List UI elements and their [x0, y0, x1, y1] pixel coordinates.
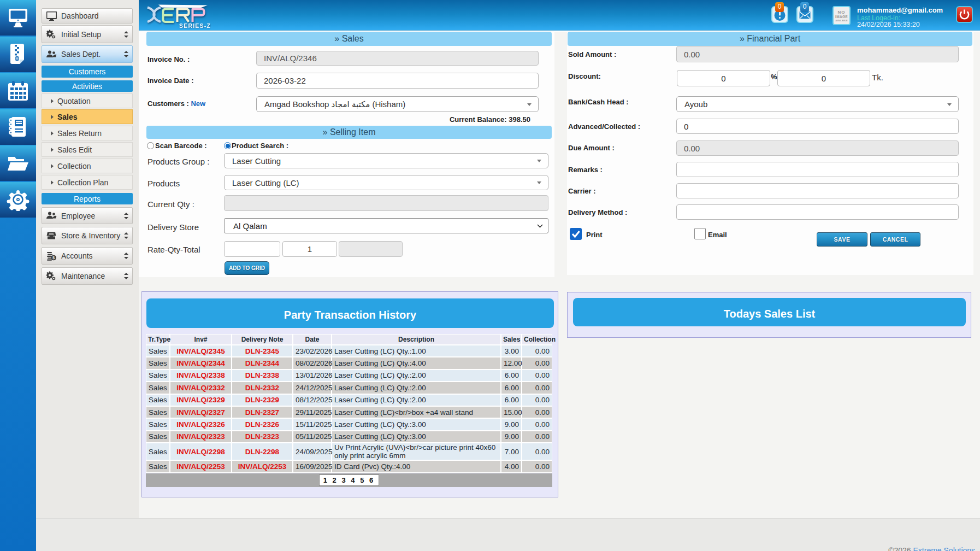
- svg-text:SERIES-Z: SERIES-Z: [179, 22, 211, 28]
